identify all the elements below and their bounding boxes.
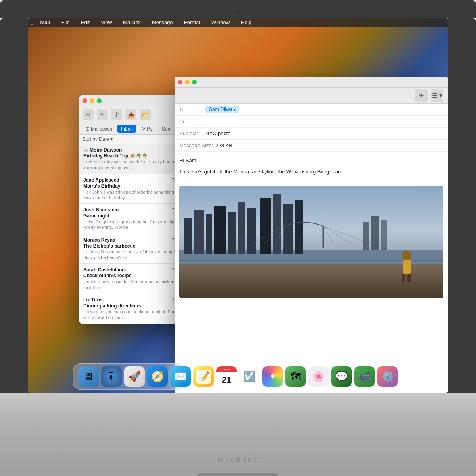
list-view-icon[interactable]: ☰ ▾: [431, 89, 443, 102]
svg-rect-12: [295, 200, 303, 254]
mail-sender: Liz Titus: [83, 297, 102, 303]
mail-subject: Check out this recipe!: [83, 273, 186, 278]
menubar:  Mail File Edit View Mailbox Message Fo…: [28, 18, 448, 27]
menubar-item-edit[interactable]: Edit: [79, 19, 92, 26]
compose-titlebar: [175, 77, 448, 88]
send-icon[interactable]: ✈: [415, 89, 428, 102]
svg-rect-25: [403, 260, 411, 274]
menubar-item-view[interactable]: View: [98, 19, 114, 26]
recipient-name: Sam Oliver: [209, 107, 232, 112]
dock-icon-apps[interactable]: ✦: [262, 366, 283, 387]
svg-rect-26: [402, 274, 405, 282]
dock-icon-safari[interactable]: 🧭: [147, 366, 168, 387]
desktop-background:  Mail File Edit View Mailbox Message Fo…: [28, 18, 448, 393]
compose-minimize-button[interactable]: [185, 80, 190, 84]
compose-new-icon[interactable]: ✉: [83, 109, 94, 120]
list-item[interactable]: Sarah Castelblanco 7/13/18 Check out thi…: [79, 264, 190, 294]
mail-tabs: ⊞ Mailboxes Inbox VIPs Sent Drafts: [79, 123, 190, 135]
mail-subject: Moira's Birthday: [83, 183, 186, 189]
chevron-down-icon: ▾: [110, 136, 113, 142]
to-field[interactable]: To: Sam Oliver ▾: [175, 104, 448, 116]
list-item[interactable]: Liz Titus 3/19/18 Dinner parking directi…: [79, 294, 190, 324]
mail-sender: Monica Reyna: [83, 237, 115, 243]
dock-icon-launchpad[interactable]: 🚀: [124, 366, 145, 387]
message-size-label: Message Size:: [179, 142, 213, 148]
svg-rect-3: [194, 210, 204, 254]
list-item[interactable]: Jane Appleseed 7/13/18 Moira's Birthday …: [79, 174, 190, 204]
compose-icon[interactable]: ✏: [97, 109, 108, 120]
delete-icon[interactable]: 🗑: [111, 109, 122, 120]
svg-point-24: [402, 251, 411, 261]
message-size-field: Message Size: 228 KB: [175, 140, 448, 152]
svg-rect-10: [273, 194, 281, 254]
compose-maximize-button[interactable]: [192, 80, 197, 84]
sort-bar: Sort by Date ▾ ◎: [79, 135, 190, 144]
cc-label: Cc:: [179, 119, 203, 125]
menubar-item-message[interactable]: Message: [150, 19, 175, 26]
tab-vips[interactable]: VIPs: [138, 125, 156, 133]
screen-area:  Mail File Edit View Mailbox Message Fo…: [28, 18, 448, 393]
svg-rect-9: [260, 198, 271, 254]
sort-label: Sort by Date: [83, 136, 109, 142]
menubar-item-format[interactable]: Format: [182, 19, 203, 26]
menubar-item-mail[interactable]: Mail: [38, 19, 52, 26]
dock-icon-facetime[interactable]: 📹: [354, 366, 375, 387]
tab-inbox[interactable]: Inbox: [117, 125, 136, 133]
dock-icon-reminders[interactable]: ☑️: [239, 366, 260, 387]
close-button[interactable]: [83, 98, 87, 103]
subject-label: Subject:: [179, 131, 203, 136]
dock-icon-appstore[interactable]: ⚙️: [377, 366, 398, 387]
compose-close-button[interactable]: [178, 80, 182, 84]
dock-icon-notes[interactable]: 📝: [193, 366, 214, 387]
subject-value: NYC photo: [205, 131, 231, 136]
mail-list-titlebar: [79, 95, 190, 106]
macbook-label: MacBook: [217, 456, 258, 464]
maximize-button[interactable]: [97, 98, 102, 103]
mail-preview: Hi John, Do you have the list of things …: [83, 249, 186, 261]
dock-icon-calendar[interactable]: SEP 21: [216, 366, 237, 387]
dock: 🖥 🎙 🚀 🧭 ✉️ 📝 SEP: [73, 363, 403, 390]
dock-icon-maps[interactable]: 🗺: [285, 366, 306, 387]
menubar-item-mailbox[interactable]: Mailbox: [121, 19, 143, 26]
list-item[interactable]: Monica Reyna 7/13/18 The Bishop's barbec…: [79, 234, 190, 264]
compose-body[interactable]: Hi Sam, This one's got it all: the Manha…: [175, 152, 448, 183]
to-label: To:: [179, 107, 203, 113]
sidebar-icon: ⊞: [86, 126, 90, 132]
svg-rect-6: [228, 212, 236, 254]
dock-icon-siri[interactable]: 🎙: [101, 366, 122, 387]
dock-icon-photos[interactable]: 🌸: [308, 366, 329, 387]
dock-icon-messages[interactable]: 💬: [331, 366, 352, 387]
list-item[interactable]: Josh Blumstein 7/13/18 Game night Hello!…: [79, 204, 190, 234]
menubar-item-help[interactable]: Help: [238, 19, 254, 26]
mail-preview: Hey John, I was thinking of ordering som…: [83, 189, 186, 201]
menubar-item-file[interactable]: File: [59, 19, 72, 26]
subject-field[interactable]: Subject: NYC photo: [175, 128, 448, 140]
compose-fields: To: Sam Oliver ▾ Cc: Subject: NYC photo: [175, 104, 448, 152]
svg-rect-28: [363, 222, 369, 250]
bezel-top: [0, 0, 476, 18]
svg-rect-30: [381, 220, 387, 250]
sort-selector[interactable]: Sort by Date ▾: [83, 136, 113, 142]
menubar-items: Mail File Edit View Mailbox Message Form…: [38, 19, 253, 26]
mail-preview: Hello! I'm getting a group together for …: [83, 219, 186, 230]
tab-mailboxes[interactable]: ⊞ Mailboxes: [83, 125, 115, 133]
tab-sent[interactable]: Sent: [158, 125, 176, 133]
mail-preview: I found a new recipe for Mediterranean c…: [83, 279, 186, 290]
move-icon[interactable]: 📂: [140, 109, 151, 120]
body-text: This one's got it all: the Manhattan sky…: [179, 168, 443, 176]
minimize-button[interactable]: [90, 98, 94, 103]
recipient-chip[interactable]: Sam Oliver ▾: [205, 106, 239, 113]
compose-window: ✈ ☰ ▾ To: Sam Oliver ▾ Cc:: [175, 77, 448, 393]
mail-toolbar: ✉ ✏ 🗑 📥 📂: [79, 106, 190, 123]
dock-icon-mail[interactable]: ✉️: [170, 366, 191, 387]
cc-field[interactable]: Cc:: [175, 116, 448, 128]
dock-icon-finder[interactable]: 🖥: [78, 366, 99, 387]
nyc-skyline-image: [179, 186, 443, 298]
chevron-down-icon: ▾: [234, 107, 236, 112]
apple-menu-icon[interactable]: : [31, 19, 33, 26]
attachment-icon: 📎: [83, 148, 88, 152]
menubar-item-window[interactable]: Window: [209, 19, 232, 26]
svg-rect-2: [184, 218, 192, 254]
list-item[interactable]: 📎 Moira Dawson 8/2/18 Birthday Beach Tri…: [79, 144, 190, 174]
archive-icon[interactable]: 📥: [125, 109, 136, 120]
